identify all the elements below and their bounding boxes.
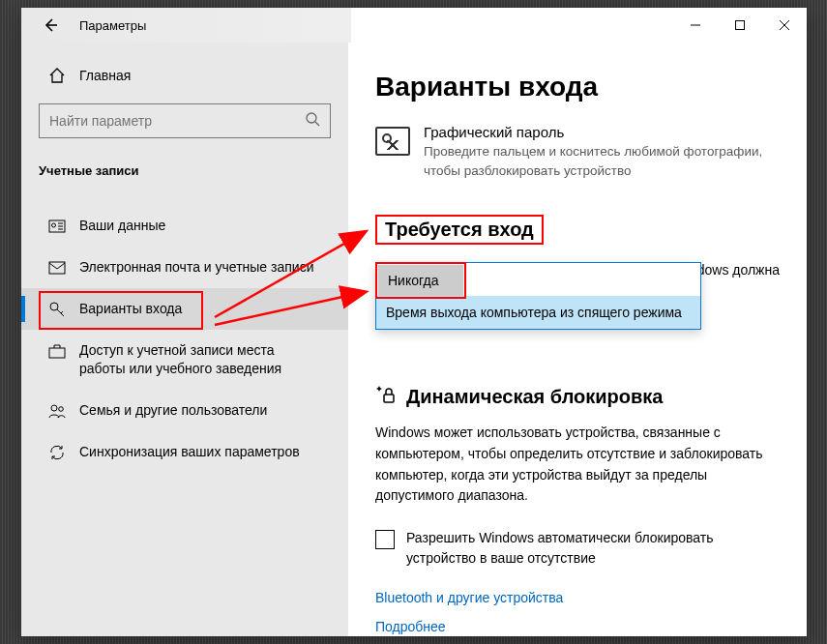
desktop-wallpaper: Параметры Главная [0, 0, 827, 644]
sidebar-item-label: Ваши данные [79, 217, 331, 235]
sidebar-item-your-info[interactable]: Ваши данные [21, 205, 348, 247]
back-button[interactable] [39, 14, 62, 37]
home-icon [48, 67, 66, 84]
content-pane: Варианты входа Графический пароль Провед… [348, 43, 807, 636]
minimize-button[interactable] [673, 8, 718, 43]
sidebar-nav: Ваши данные Электронная почта и учетные … [21, 205, 348, 473]
sidebar-item-label: Варианты входа [79, 300, 331, 318]
search-box[interactable] [39, 103, 331, 138]
search-input[interactable] [49, 113, 305, 129]
annotation-highlight-dropdown: Никогда [375, 262, 466, 299]
svg-point-8 [59, 406, 64, 411]
sidebar-item-label: Доступ к учетной записи места работы или… [79, 341, 331, 378]
link-bluetooth[interactable]: Bluetooth и другие устройства [375, 590, 780, 605]
mail-icon [48, 259, 66, 277]
svg-point-3 [52, 223, 56, 227]
sidebar-item-label: Синхронизация ваших параметров [79, 443, 331, 461]
link-more[interactable]: Подробнее [375, 619, 780, 634]
settings-window: Параметры Главная [21, 8, 807, 636]
sidebar-item-email-accounts[interactable]: Электронная почта и учетные записи [21, 247, 348, 288]
sparkle-lock-icon [375, 384, 397, 409]
sidebar-item-family[interactable]: Семья и другие пользователи [21, 390, 348, 431]
sidebar-item-sync[interactable]: Синхронизация ваших параметров [21, 431, 348, 473]
key-icon [48, 301, 66, 318]
sidebar-item-work-school[interactable]: Доступ к учетной записи места работы или… [21, 330, 348, 390]
dynamic-lock-checkbox[interactable] [375, 530, 395, 549]
page-title: Варианты входа [375, 72, 780, 102]
dynamic-lock-desc: Windows может использовать устройства, с… [375, 423, 780, 507]
home-link[interactable]: Главная [21, 60, 348, 90]
sidebar-section-label: Учетные записи [21, 138, 348, 188]
dropdown-option-sleep[interactable]: Время выхода компьютера из спящего режим… [376, 296, 700, 329]
search-icon [305, 111, 320, 131]
require-signin-heading: Требуется вход [375, 215, 544, 245]
svg-rect-9 [384, 395, 394, 402]
id-card-icon [48, 218, 66, 235]
picture-password-row[interactable]: Графический пароль Проведите пальцем и к… [375, 124, 780, 180]
svg-rect-6 [49, 348, 65, 358]
picture-password-title: Графический пароль [424, 124, 780, 140]
titlebar: Параметры [21, 8, 807, 43]
briefcase-icon [48, 342, 66, 360]
dynamic-lock-checkbox-label: Разрешить Windows автоматически блокиров… [406, 528, 780, 569]
window-title: Параметры [79, 18, 146, 33]
svg-point-7 [51, 405, 57, 411]
picture-password-desc: Проведите пальцем и коснитесь любимой фо… [424, 142, 780, 180]
picture-icon [375, 127, 410, 156]
svg-point-1 [307, 113, 316, 123]
sync-icon [48, 444, 66, 461]
close-button[interactable] [762, 8, 807, 43]
svg-point-5 [50, 303, 58, 310]
sidebar-item-signin-options[interactable]: Варианты входа [21, 288, 348, 330]
people-icon [48, 402, 66, 420]
require-signin-dropdown[interactable]: Никогда Время выхода компьютера из спяще… [375, 262, 701, 330]
dropdown-selected[interactable]: Никогда [378, 265, 463, 296]
dynamic-lock-heading: Динамическая блокировка [406, 386, 663, 408]
svg-rect-0 [736, 21, 745, 30]
sidebar: Главная Учетные записи Ваши данные [21, 43, 348, 636]
sidebar-item-label: Электронная почта и учетные записи [79, 258, 331, 277]
svg-rect-4 [49, 262, 65, 274]
sidebar-item-label: Семья и другие пользователи [79, 401, 331, 420]
home-label: Главная [79, 68, 131, 83]
maximize-button[interactable] [718, 8, 762, 43]
